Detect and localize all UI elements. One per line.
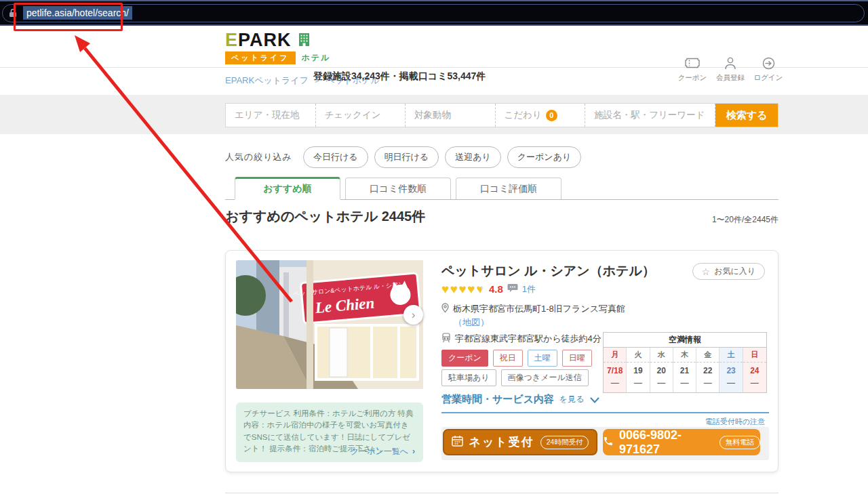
breadcrumb-current[interactable]: ペットホテル: [326, 75, 380, 87]
field-animal[interactable]: 対象動物: [406, 104, 496, 127]
tag-photo-mail: 画像つきメール送信: [501, 369, 589, 386]
results-title: おすすめのペットホテル 2445件: [225, 207, 425, 226]
url-text[interactable]: petlife.asia/hotel/search/: [23, 6, 132, 20]
nav-login[interactable]: ログイン: [753, 56, 784, 83]
search-button[interactable]: 検索する: [715, 104, 778, 127]
building-icon: [297, 33, 311, 49]
ticket-icon: [685, 56, 700, 70]
review-count-link[interactable]: 1件: [522, 283, 536, 295]
chip-today[interactable]: 今日行ける: [303, 146, 368, 168]
calendar-slot: —: [627, 377, 649, 392]
chevron-down-icon: [590, 394, 599, 406]
calendar-day: 土: [719, 348, 742, 363]
calendar-column: 木 21 —: [673, 348, 696, 392]
heart-icon: [450, 282, 459, 296]
address-row: 栃木県宇都宮市伝馬町1-8旧フランス写真館: [441, 303, 625, 315]
field-area[interactable]: エリア・現在地: [226, 104, 316, 127]
field-kodawari-label: こだわり: [505, 109, 542, 121]
star-icon: ☆: [702, 266, 711, 277]
breadcrumb-home[interactable]: EPARKペットライフ: [225, 75, 309, 87]
speech-bubble-icon: [507, 283, 518, 295]
tag-holiday: 祝日: [493, 350, 523, 367]
nav-coupon[interactable]: クーポン: [677, 56, 708, 83]
browser-bar: petlife.asia/hotel/search/: [0, 0, 868, 26]
detail-toggle-main: 営業時間・サービス内容: [441, 393, 554, 406]
field-keyword[interactable]: 施設名・駅・フリーワード: [585, 104, 715, 127]
map-link[interactable]: （地図）: [454, 316, 489, 329]
field-kodawari[interactable]: こだわり 0: [496, 104, 586, 127]
access-row: 宇都宮線東武宇都宮駅から徒歩約4分: [441, 333, 601, 345]
calendar-date: 24: [743, 363, 766, 377]
calendar-column: 火 19 —: [627, 348, 650, 392]
calendar-column: 日 24 —: [743, 348, 766, 392]
detail-toggle[interactable]: 営業時間・サービス内容 を見る: [441, 393, 769, 413]
address-text: 栃木県宇都宮市伝馬町1-8旧フランス写真館: [453, 303, 625, 315]
calendar-column: 水 20 —: [650, 348, 673, 392]
nav-register-label: 会員登録: [716, 73, 745, 83]
user-nav: クーポン 会員登録 ログイン: [677, 56, 784, 83]
chip-tomorrow[interactable]: 明日行ける: [374, 146, 439, 168]
url-bar[interactable]: petlife.asia/hotel/search/: [2, 4, 865, 22]
favorite-button[interactable]: ☆ お気に入り: [692, 263, 765, 280]
results-range: 1〜20件/全2445件: [712, 214, 778, 226]
tag-coupon[interactable]: クーポン: [441, 350, 488, 367]
net-reception-button[interactable]: ネット受付 24時間受付: [443, 429, 597, 455]
heart-icon: [441, 282, 450, 296]
calendar-day: 日: [743, 348, 766, 363]
rating-row: 4.8 1件: [441, 283, 536, 295]
train-icon: [441, 333, 451, 345]
kodawari-count-badge: 0: [546, 110, 557, 121]
screen: petlife.asia/hotel/search/ EPARK ペットライフ …: [0, 0, 868, 494]
favorite-label: お気に入り: [714, 266, 755, 277]
calendar-icon: [452, 435, 463, 449]
field-checkin[interactable]: チェックイン: [316, 104, 406, 127]
calendar-column: 金 22 —: [696, 348, 719, 392]
calendar-day: 水: [650, 348, 673, 363]
epark-logo[interactable]: EPARK ペットライフ ホテル: [225, 30, 330, 64]
heart-icon: [467, 282, 476, 296]
nav-coupon-label: クーポン: [678, 73, 707, 83]
tab-recommended[interactable]: おすすめ順: [235, 177, 340, 200]
map-pin-icon: [441, 303, 449, 315]
access-text: 宇都宮線東武宇都宮駅から徒歩約4分: [455, 333, 601, 345]
detail-toggle-sub: を見る: [559, 394, 585, 405]
logo-text-e: E: [225, 30, 238, 51]
logo-hotel-label: ホテル: [302, 52, 331, 64]
phone-number: 0066-9802-971627: [619, 428, 714, 457]
listing-photo[interactable]: ペットサロン&ペットホテル ル・シアン Le Chien: [236, 260, 423, 389]
calendar-date: 20: [650, 363, 673, 377]
breadcrumb: EPARKペットライフ > ペットホテル: [225, 75, 380, 87]
search-band: エリア・現在地 チェックイン 対象動物 こだわり 0 施設名・駅・フリーワード …: [0, 95, 868, 134]
search-bar: エリア・現在地 チェックイン 対象動物 こだわり 0 施設名・駅・フリーワード …: [225, 103, 778, 127]
calendar-date: 21: [673, 363, 696, 377]
phone-call-button[interactable]: 0066-9802-971627 無料電話: [603, 429, 760, 455]
calendar-day: 木: [673, 348, 696, 363]
tag-saturday: 土曜: [528, 350, 557, 367]
coupon-list-label: クーポン一覧へ: [351, 445, 408, 457]
free-call-badge: 無料電話: [719, 436, 760, 449]
site-header: EPARK ペットライフ ホテル 登録施設34,243件・掲載口コミ53,447…: [0, 26, 868, 68]
nav-login-label: ログイン: [754, 73, 783, 83]
listing-title[interactable]: ペットサロン ル・シアン（ホテル）: [441, 262, 848, 280]
nav-register[interactable]: 会員登録: [715, 56, 746, 83]
next-card-divider: [225, 493, 778, 493]
coupon-list-link[interactable]: クーポン一覧へ ›: [351, 445, 415, 457]
chip-pickup[interactable]: 送迎あり: [445, 146, 501, 168]
photo-next-arrow[interactable]: ›: [403, 305, 423, 325]
listing-card: ペットサロン&ペットホテル ル・シアン Le Chien › ペットサロン ル・…: [225, 250, 778, 472]
tab-review-count[interactable]: 口コミ件数順: [345, 178, 451, 199]
site-info-icon[interactable]: [9, 8, 17, 18]
chip-coupon[interactable]: クーポンあり: [507, 146, 582, 168]
calendar-date: 19: [627, 363, 649, 377]
phone-note-link[interactable]: 電話受付時の注意: [705, 417, 765, 427]
calendar-slot: —: [650, 377, 673, 392]
tab-review-score[interactable]: 口コミ評価順: [456, 178, 561, 199]
sort-tabs: おすすめ順 口コミ件数順 口コミ評価順: [225, 177, 778, 200]
coupon-box: プチサービス 利用条件：ホテルご利用の方 特典内容：ホテル宿泊中の様子を可愛いお…: [236, 403, 423, 462]
calendar-day: 火: [627, 348, 649, 363]
popular-filters: 人気の絞り込み 今日行ける 明日行ける 送迎あり クーポンあり: [225, 146, 587, 168]
person-icon: [724, 56, 736, 70]
net-reception-label: ネット受付: [469, 434, 534, 450]
results-head: おすすめのペットホテル 2445件 1〜20件/全2445件: [225, 207, 778, 226]
calendar-slot: —: [696, 377, 719, 392]
